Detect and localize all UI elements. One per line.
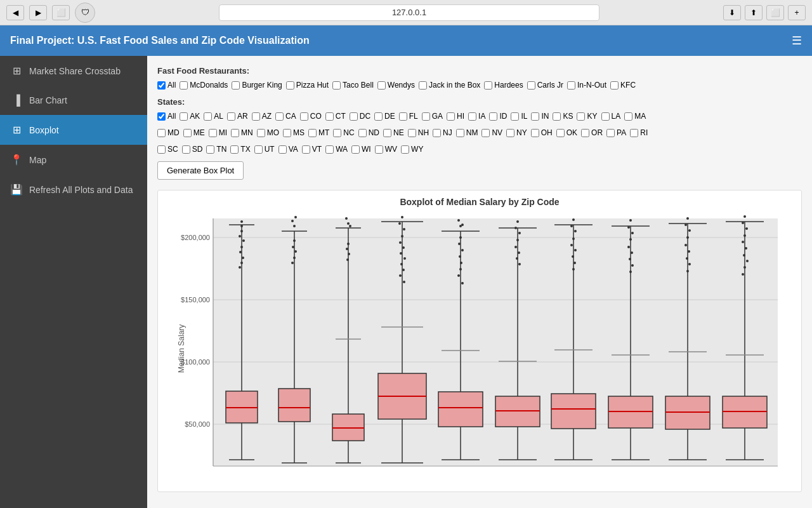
svg-point-160 <box>743 266 746 269</box>
state-wv[interactable]: WV <box>375 145 397 154</box>
state-tx[interactable]: TX <box>230 145 250 154</box>
state-ri[interactable]: RI <box>630 128 648 137</box>
app-header: Final Project: U.S. Fast Food Sales and … <box>0 25 812 56</box>
restaurant-pizza-hut[interactable]: Pizza Hut <box>286 81 329 90</box>
svg-point-144 <box>688 263 691 265</box>
state-ut[interactable]: UT <box>254 145 275 154</box>
state-nh[interactable]: NH <box>408 128 429 137</box>
state-all[interactable]: All <box>157 112 176 121</box>
state-mt[interactable]: MT <box>308 128 329 137</box>
state-ak[interactable]: AK <box>180 112 200 121</box>
svg-point-49 <box>346 248 348 250</box>
restaurant-hardees[interactable]: Hardees <box>484 81 523 90</box>
restaurant-taco-bell[interactable]: Taco Bell <box>332 81 374 90</box>
state-va[interactable]: VA <box>278 145 298 154</box>
restaurant-burger-king[interactable]: Burger King <box>232 81 282 90</box>
state-ok[interactable]: OK <box>556 128 577 137</box>
sidebar-item-boxplot[interactable]: ⊞ Boxplot <box>0 115 147 145</box>
state-me[interactable]: ME <box>183 128 205 137</box>
svg-point-36 <box>294 250 297 253</box>
svg-point-24 <box>240 262 243 264</box>
sidebar-item-market-share-crosstab[interactable]: ⊞ Market Share Crosstab <box>0 56 147 86</box>
state-in[interactable]: IN <box>531 112 549 121</box>
state-sd[interactable]: SD <box>182 145 203 154</box>
state-wy[interactable]: WY <box>401 145 423 154</box>
state-ks[interactable]: KS <box>553 112 573 121</box>
state-ms[interactable]: MS <box>283 128 304 137</box>
svg-point-127 <box>631 251 633 254</box>
state-la[interactable]: LA <box>601 112 621 121</box>
restaurant-kfc[interactable]: KFC <box>610 81 636 90</box>
state-hi[interactable]: HI <box>447 112 464 121</box>
state-ma[interactable]: MA <box>624 112 646 121</box>
app-body: ⊞ Market Share Crosstab ▐ Bar Chart ⊞ Bo… <box>0 56 812 508</box>
restaurant-wendys[interactable]: Wendys <box>377 81 415 90</box>
svg-point-32 <box>291 220 294 222</box>
state-nv[interactable]: NV <box>481 128 502 137</box>
state-wi[interactable]: WI <box>351 145 371 154</box>
state-id[interactable]: ID <box>489 112 507 121</box>
restaurant-all[interactable]: All <box>157 81 176 90</box>
share-button[interactable]: ⬆ <box>745 5 763 20</box>
state-tn[interactable]: TN <box>206 145 226 154</box>
restaurant-mcdonalds[interactable]: McDonalds <box>180 81 228 90</box>
state-vt[interactable]: VT <box>302 145 322 154</box>
new-tab-button[interactable]: + <box>788 5 806 20</box>
svg-point-85 <box>457 274 460 277</box>
state-sc[interactable]: SC <box>157 145 178 154</box>
url-bar[interactable]: 127.0.0.1 <box>219 4 599 21</box>
state-ar[interactable]: AR <box>227 112 248 121</box>
state-mn[interactable]: MN <box>231 128 253 137</box>
generate-boxplot-button[interactable]: Generate Box Plot <box>157 161 244 180</box>
svg-point-34 <box>293 239 296 242</box>
resize-button[interactable]: ⬜ <box>766 5 784 20</box>
state-mi[interactable]: MI <box>209 128 227 137</box>
svg-point-77 <box>457 219 460 222</box>
state-de[interactable]: DE <box>374 112 395 121</box>
state-az[interactable]: AZ <box>252 112 272 121</box>
restaurant-jack-in-the-box[interactable]: Jack in the Box <box>419 81 480 90</box>
restaurant-carls-jr[interactable]: Carls Jr <box>527 81 563 90</box>
download-button[interactable]: ⬇ <box>723 5 741 20</box>
sidebar-item-map[interactable]: 📍 Map <box>0 145 147 175</box>
state-nm[interactable]: NM <box>456 128 478 137</box>
state-pa[interactable]: PA <box>606 128 626 137</box>
state-oh[interactable]: OH <box>531 128 553 137</box>
state-nc[interactable]: NC <box>333 128 354 137</box>
state-fl[interactable]: FL <box>399 112 418 121</box>
svg-point-123 <box>627 226 630 229</box>
state-ia[interactable]: IA <box>468 112 485 121</box>
state-co[interactable]: CO <box>300 112 322 121</box>
state-nd[interactable]: ND <box>358 128 379 137</box>
restaurant-in-n-out[interactable]: In-N-Out <box>567 81 606 90</box>
svg-point-122 <box>629 219 632 222</box>
state-ca[interactable]: CA <box>275 112 296 121</box>
sidebar-label-boxplot: Boxplot <box>29 125 59 135</box>
state-al[interactable]: AL <box>204 112 223 121</box>
sidebar-item-bar-chart[interactable]: ▐ Bar Chart <box>0 86 147 115</box>
window-button[interactable]: ⬜ <box>52 5 70 20</box>
state-ny[interactable]: NY <box>506 128 527 137</box>
back-button[interactable]: ◀ <box>6 5 24 20</box>
state-md[interactable]: MD <box>157 128 180 137</box>
state-nj[interactable]: NJ <box>433 128 452 137</box>
state-il[interactable]: IL <box>511 112 527 121</box>
svg-point-63 <box>402 246 405 249</box>
svg-point-45 <box>347 222 350 225</box>
menu-button[interactable]: ☰ <box>792 34 802 48</box>
state-ct[interactable]: CT <box>325 112 346 121</box>
state-ky[interactable]: KY <box>577 112 597 121</box>
svg-point-81 <box>461 249 464 251</box>
forward-button[interactable]: ▶ <box>29 5 47 20</box>
state-ne[interactable]: NE <box>383 128 404 137</box>
boxplot-icon: ⊞ <box>10 124 23 136</box>
sidebar-item-refresh[interactable]: 💾 Refresh All Plots and Data <box>0 175 147 204</box>
svg-point-51 <box>346 258 349 261</box>
state-mo[interactable]: MO <box>257 128 279 137</box>
sidebar-label-refresh: Refresh All Plots and Data <box>29 185 133 195</box>
state-ga[interactable]: GA <box>422 112 443 121</box>
state-or[interactable]: OR <box>581 128 603 137</box>
state-dc[interactable]: DC <box>350 112 370 121</box>
state-wa[interactable]: WA <box>325 145 348 154</box>
svg-point-48 <box>347 243 350 245</box>
